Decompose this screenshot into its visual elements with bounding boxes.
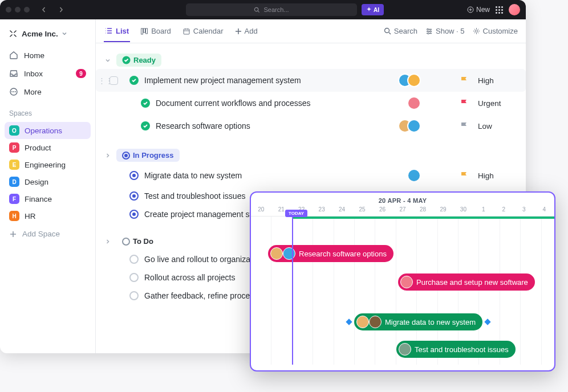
apps-grid-icon[interactable]	[496, 6, 503, 14]
global-search[interactable]: Search...	[186, 3, 357, 16]
date-column: 4	[534, 206, 554, 216]
workspace-switcher[interactable]: Acme Inc.	[5, 25, 91, 46]
timeline-bar-label: Migrate data to new system	[385, 318, 476, 326]
group-header[interactable]: Ready	[96, 51, 526, 69]
back-button[interactable]	[38, 3, 50, 16]
assignee-avatar[interactable]	[407, 74, 421, 87]
window-controls[interactable]	[6, 7, 30, 13]
status-open-icon[interactable]	[129, 273, 139, 282]
collapse-caret[interactable]	[104, 56, 112, 64]
priority-flag-icon[interactable]	[460, 121, 469, 130]
space-product[interactable]: PProduct	[5, 139, 91, 156]
task-row[interactable]: ⋮⋮ Migrate data to new system High	[96, 164, 526, 187]
home-icon	[9, 51, 18, 60]
milestone-diamond[interactable]	[346, 318, 352, 325]
customize-button[interactable]: Customize	[473, 27, 518, 35]
status-done-icon[interactable]	[141, 121, 150, 130]
timeline-range: 20 APR - 4 MAY	[251, 193, 554, 206]
sparkle-icon	[366, 7, 372, 13]
timeline-bar-label: Purchase and setup new software	[416, 278, 528, 287]
space-badge: E	[9, 160, 19, 170]
svg-point-5	[15, 91, 16, 92]
timeline-bar[interactable]: Research software options	[268, 245, 393, 262]
space-badge: D	[9, 177, 19, 187]
search-placeholder: Search...	[263, 6, 289, 13]
list-icon	[105, 27, 113, 35]
status-progress-icon[interactable]	[129, 191, 139, 201]
user-avatar[interactable]	[509, 4, 520, 15]
space-design[interactable]: DDesign	[5, 173, 91, 190]
date-column: 1	[473, 206, 493, 216]
add-view-button[interactable]: Add	[234, 21, 259, 41]
status-open-icon[interactable]	[129, 255, 139, 264]
space-operations[interactable]: OOperations	[5, 122, 91, 139]
show-button[interactable]: Show · 5	[425, 27, 465, 35]
status-done-icon[interactable]	[129, 76, 139, 85]
status-pill[interactable]: To Do	[116, 235, 159, 248]
forward-button[interactable]	[55, 3, 67, 16]
drag-handle[interactable]: ⋮⋮	[98, 76, 105, 85]
svg-point-11	[427, 28, 429, 30]
gear-icon	[473, 27, 480, 35]
status-open-icon[interactable]	[129, 291, 139, 300]
date-column: 26	[372, 206, 392, 216]
task-name[interactable]: Implement new project management system	[143, 76, 393, 85]
calendar-icon	[182, 27, 190, 35]
assignee-avatar[interactable]	[407, 96, 421, 110]
timeline-bar[interactable]: Purchase and setup new software	[398, 273, 535, 291]
space-badge: O	[9, 125, 19, 136]
task-checkbox[interactable]	[109, 76, 118, 85]
task-name[interactable]: Research software options	[155, 121, 393, 130]
new-button[interactable]: New	[467, 6, 490, 14]
collapse-caret[interactable]	[104, 238, 112, 246]
task-row[interactable]: ⋮⋮ Implement new project management syst…	[96, 69, 526, 92]
status-done-icon[interactable]	[141, 99, 150, 108]
priority-flag-icon[interactable]	[460, 76, 469, 85]
space-hr[interactable]: HHR	[5, 207, 91, 224]
priority-flag-icon[interactable]	[460, 99, 469, 108]
search-button[interactable]: Search	[384, 27, 417, 35]
timeline-bar[interactable]: Test and troubleshoot issues	[396, 341, 516, 358]
assignee-avatar[interactable]	[407, 119, 421, 133]
view-calendar[interactable]: Calendar	[181, 21, 225, 41]
space-badge: F	[9, 194, 19, 204]
svg-point-12	[430, 31, 432, 32]
priority-flag-icon[interactable]	[460, 171, 469, 180]
date-column: 28	[413, 206, 433, 216]
assignee-avatar	[270, 247, 283, 260]
view-list[interactable]: List	[104, 21, 130, 42]
plus-circle-icon	[467, 6, 474, 13]
assignee-avatar[interactable]	[407, 169, 421, 182]
milestone-diamond[interactable]	[484, 318, 490, 325]
status-progress-icon[interactable]	[129, 210, 139, 219]
task-row[interactable]: ⋮⋮ Research software options Low	[96, 115, 526, 137]
space-finance[interactable]: FFinance	[5, 190, 91, 207]
status-pill[interactable]: Ready	[116, 54, 161, 67]
sidebar-item-home[interactable]: Home	[5, 47, 91, 64]
timeline-body[interactable]: Research software optionsPurchase and se…	[251, 217, 554, 365]
timeline-progress-bar	[292, 217, 554, 219]
task-name[interactable]: Document current workflows and processes	[155, 99, 403, 108]
timeline-bar-label: Research software options	[299, 250, 387, 258]
status-progress-icon[interactable]	[129, 171, 139, 180]
priority-label: Urgent	[478, 99, 518, 108]
svg-point-0	[255, 7, 258, 11]
sidebar-item-inbox[interactable]: Inbox 9	[5, 65, 91, 82]
space-engineering[interactable]: EEngineering	[5, 156, 91, 173]
view-board[interactable]: Board	[139, 21, 172, 41]
sidebar-item-more[interactable]: More	[5, 83, 91, 100]
collapse-caret[interactable]	[104, 152, 112, 160]
group-header[interactable]: In Progress	[96, 146, 526, 164]
task-row[interactable]: ⋮⋮ Document current workflows and proces…	[96, 92, 526, 115]
space-name: Operations	[25, 126, 62, 135]
timeline-bar[interactable]: Migrate data to new system	[354, 313, 482, 330]
date-column: 29	[433, 206, 453, 216]
task-name[interactable]: Migrate data to new system	[143, 171, 403, 180]
svg-rect-7	[144, 28, 145, 32]
date-column: 2	[494, 206, 514, 216]
date-column: 27	[392, 206, 412, 216]
status-pill[interactable]: In Progress	[116, 149, 180, 162]
inbox-count-badge: 9	[76, 69, 86, 78]
ai-button[interactable]: AI	[362, 4, 384, 15]
add-space-button[interactable]: Add Space	[5, 226, 91, 242]
